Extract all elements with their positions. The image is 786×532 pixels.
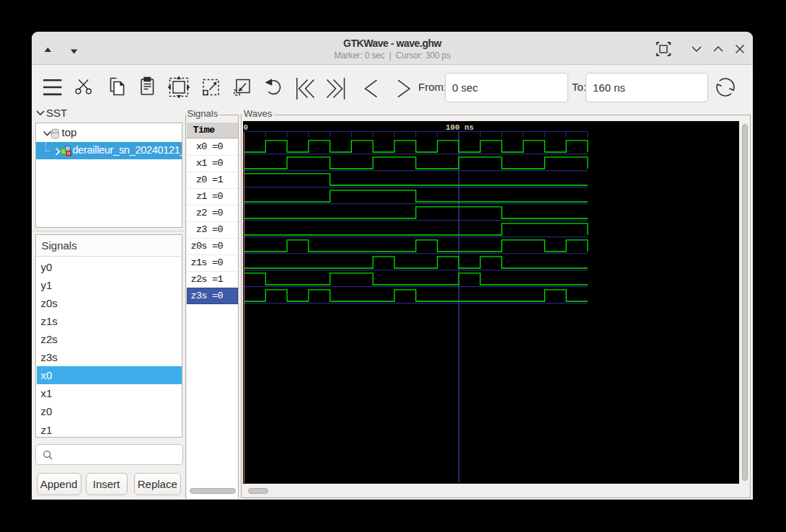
svg-text:0: 0 (244, 123, 248, 132)
svg-text:100 ns: 100 ns (446, 123, 474, 132)
